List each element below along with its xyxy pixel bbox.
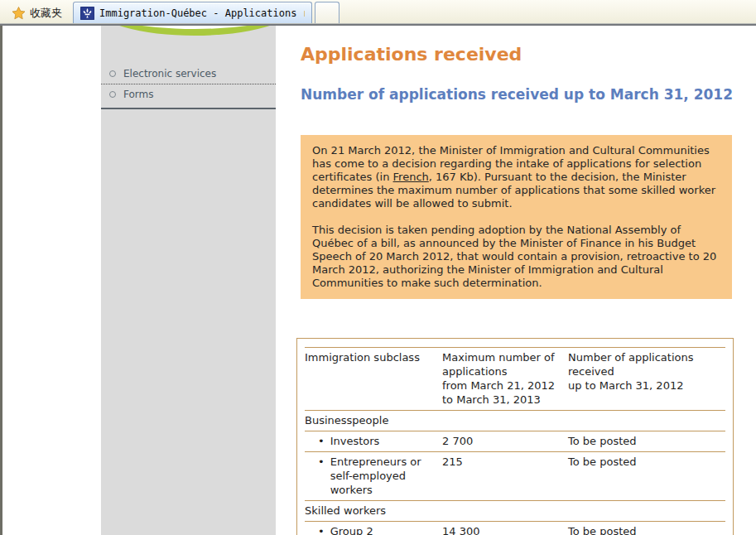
row-received-group-2: To be posted — [568, 522, 725, 535]
row-label-group-2: Group 2 — [330, 524, 373, 535]
notice-paragraph-1: On 21 March 2012, the Minister of Immigr… — [312, 144, 720, 210]
notice-paragraph-2: This decision is taken pending adoption … — [312, 224, 720, 290]
sidebar-item-label: Forms — [123, 89, 153, 100]
table-row: Skilled workers — [305, 501, 725, 522]
circle-bullet-icon — [109, 70, 116, 77]
bullet-icon — [318, 434, 325, 448]
section-label-businesspeople: Businesspeople — [305, 411, 725, 431]
table-row: Investors 2 700 To be posted — [305, 431, 725, 452]
green-swoosh-decoration — [96, 26, 293, 36]
sidebar: Electronic services Forms — [101, 26, 276, 535]
table-header-row: Immigration subclass Maximum number of a… — [305, 348, 725, 411]
tab-immigration-quebec[interactable]: Immigration-Québec - Applications receiv… — [73, 2, 312, 24]
row-max-group-2: 14 300 — [442, 522, 568, 535]
sidebar-divider — [101, 108, 276, 109]
sidebar-item-electronic-services[interactable]: Electronic services — [101, 64, 276, 84]
french-document-link[interactable]: French — [393, 171, 429, 183]
row-label-investors: Investors — [330, 434, 380, 448]
browser-toolbar: 收藏夹 Immigration-Québec - Applications re… — [0, 0, 756, 26]
row-max-entrepreneurs: 215 — [442, 452, 568, 501]
left-margin — [2, 26, 101, 535]
circle-bullet-icon — [109, 91, 116, 98]
page-title: Applications received — [301, 45, 756, 65]
tab-title: Immigration-Québec - Applications receiv… — [99, 7, 305, 19]
favorites-button[interactable]: 收藏夹 — [5, 2, 69, 23]
star-icon — [12, 7, 26, 20]
row-received-investors: To be posted — [568, 431, 725, 452]
row-received-entrepreneurs: To be posted — [568, 452, 725, 501]
favorites-label: 收藏夹 — [30, 6, 62, 21]
bullet-icon — [318, 524, 325, 535]
fleur-de-lis-icon — [80, 7, 94, 20]
applications-table-container: Immigration subclass Maximum number of a… — [296, 338, 734, 535]
bullet-icon — [318, 455, 325, 497]
header-maximum-applications: Maximum number of applications from Marc… — [442, 348, 568, 411]
row-max-investors: 2 700 — [442, 431, 568, 452]
new-tab-stub[interactable] — [315, 2, 339, 24]
table-row: Entrepreneurs or self-employed workers 2… — [305, 452, 725, 501]
section-label-skilled-workers: Skilled workers — [305, 501, 725, 522]
section-title: Number of applications received up to Ma… — [301, 86, 756, 104]
main-content: Applications received Number of applicat… — [276, 26, 756, 535]
table-row: Group 2 14 300 To be posted — [305, 522, 725, 535]
header-applications-received: Number of applications received up to Ma… — [568, 348, 725, 411]
notice-box: On 21 March 2012, the Minister of Immigr… — [301, 135, 732, 299]
sidebar-item-forms[interactable]: Forms — [101, 84, 276, 104]
row-label-entrepreneurs: Entrepreneurs or self-employed workers — [330, 455, 439, 497]
header-immigration-subclass: Immigration subclass — [305, 348, 442, 411]
applications-table: Immigration subclass Maximum number of a… — [305, 347, 725, 535]
table-row: Businesspeople — [305, 411, 725, 431]
page-content: Electronic services Forms Applications r… — [0, 26, 756, 535]
sidebar-item-label: Electronic services — [123, 68, 216, 80]
sidebar-nav: Electronic services Forms — [101, 64, 276, 109]
